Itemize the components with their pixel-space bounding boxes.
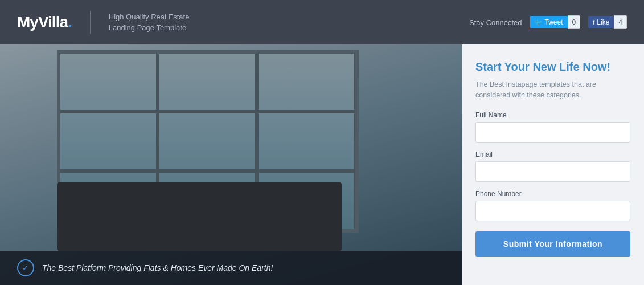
- logo-name: MyVilla: [17, 13, 68, 31]
- email-input[interactable]: [475, 161, 630, 182]
- like-count: 4: [614, 15, 627, 29]
- phone-input[interactable]: [475, 201, 630, 221]
- tweet-main: 🐦 Tweet: [530, 16, 568, 28]
- twitter-icon: 🐦: [535, 19, 543, 26]
- like-label: Like: [597, 18, 609, 26]
- check-circle-icon: ✓: [17, 259, 34, 276]
- form-panel: Start Your New Life Now! The Best Instap…: [462, 44, 644, 285]
- facebook-icon: f: [593, 19, 594, 26]
- banner-text: The Best Platform Providing Flats & Home…: [42, 263, 273, 272]
- like-main: f Like: [588, 16, 614, 28]
- logo-area: MyVilla. High Quality Real Estate Landin…: [17, 11, 206, 34]
- full-name-input[interactable]: [475, 122, 630, 142]
- logo-dot: .: [68, 13, 72, 31]
- header: MyVilla. High Quality Real Estate Landin…: [0, 0, 644, 44]
- bottom-banner: ✓ The Best Platform Providing Flats & Ho…: [0, 251, 462, 285]
- tweet-label: Tweet: [545, 18, 563, 26]
- submit-button[interactable]: Submit Your Information: [475, 231, 630, 256]
- email-label: Email: [475, 150, 630, 158]
- form-title: Start Your New Life Now!: [475, 60, 630, 74]
- full-name-label: Full Name: [475, 111, 630, 119]
- tweet-button[interactable]: 🐦 Tweet 0: [530, 15, 581, 29]
- logo-divider: [90, 11, 91, 34]
- form-subtitle: The Best Instapage templates that are co…: [475, 79, 630, 101]
- tweet-count: 0: [568, 15, 581, 29]
- stay-connected-label: Stay Connected: [469, 18, 522, 27]
- header-right: Stay Connected 🐦 Tweet 0 f Like 4: [469, 15, 627, 29]
- like-button[interactable]: f Like 4: [588, 15, 627, 29]
- logo-text: MyVilla.: [17, 13, 72, 31]
- tagline: High Quality Real Estate Landing Page Te…: [109, 11, 206, 34]
- phone-label: Phone Number: [475, 190, 630, 198]
